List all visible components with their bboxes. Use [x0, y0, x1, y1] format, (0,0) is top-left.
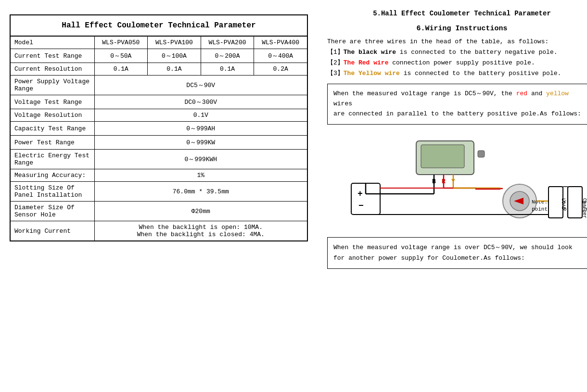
row-voltage-res-label: Voltage Resolution — [10, 109, 94, 122]
wire3-bracket: 【3】 — [327, 70, 344, 77]
row-power-test-val: 0～999KW — [94, 136, 307, 150]
wiring-svg: B R Y + − — [327, 131, 587, 228]
svg-rect-27 — [568, 187, 582, 218]
row-current-test-050: 0～50A — [94, 49, 148, 63]
col-pva200: WLS-PVA200 — [201, 36, 254, 49]
wiring-intro-block: There are three wires in the head of the… — [327, 37, 587, 79]
col-pva100: WLS-PVA100 — [148, 36, 201, 49]
wire2-text: connection power supply positive pole. — [392, 59, 535, 66]
row-current-test-200: 0～200A — [201, 49, 254, 63]
wire1-text: is connected to the battery negative pol… — [400, 49, 558, 56]
wire1-bracket: 【1】 — [327, 49, 344, 56]
svg-text:−: − — [358, 201, 364, 211]
wire3-yellow: The Yellow wire — [344, 70, 400, 77]
section5-title: 5.Hall Effect Coulometer Technical Param… — [327, 10, 587, 17]
right-column: 5.Hall Effect Coulometer Technical Param… — [322, 10, 587, 269]
col-model: Model — [10, 36, 94, 49]
row-working-current-label: Working Current — [10, 221, 94, 241]
row-diameter-label: Diameter Size Of Sensor Hole — [10, 202, 94, 221]
row-capacity-test-label: Capacity Test Range — [10, 122, 94, 136]
svg-text:LOAD: LOAD — [561, 198, 566, 210]
section6-title: 6.Wiring Instructions — [327, 25, 587, 33]
svg-rect-1 — [421, 145, 464, 168]
wiring-intro-text: There are three wires in the head of the… — [327, 38, 549, 45]
row-voltage-res-val: 0.1V — [94, 109, 307, 122]
row-current-res-100: 0.1A — [148, 63, 201, 76]
row-accuracy-val: 1% — [94, 169, 307, 182]
row-slotting-label: Slotting Size Of Panel Installation — [10, 182, 94, 202]
row-power-test-label: Power Test Range — [10, 136, 94, 150]
row-current-test-100: 0～100A — [148, 49, 201, 63]
wire1-black: The black wire — [344, 49, 396, 56]
table-title: Hall Effect Coulometer Technical Paramet… — [10, 15, 307, 36]
infobox1-red: red — [516, 90, 527, 97]
row-diameter-val: Φ20mm — [94, 202, 307, 221]
wire3-text: is connected to the battery positive pol… — [404, 70, 561, 77]
infobox1-yellow: yellow — [546, 90, 569, 97]
row-energy-test-val: 0～999KWH — [94, 150, 307, 169]
svg-text:+: + — [357, 189, 363, 199]
bottom-line2: for another power supply for Coulometer.… — [333, 254, 525, 262]
infobox1-wires: wires — [333, 100, 352, 107]
left-column: Hall Effect Coulometer Technical Paramet… — [10, 10, 308, 241]
bottom-info-box: When the measured voltage range is over … — [327, 237, 587, 269]
bottom-line1: When the measured voltage range is over … — [333, 244, 573, 251]
col-pva050: WLS-PVA050 — [94, 36, 148, 49]
row-slotting-val: 76.0mm * 39.5mm — [94, 182, 307, 202]
wire2-red: The Red wire — [344, 59, 389, 66]
row-power-supply-val: DC5～90V — [94, 76, 307, 95]
row-energy-test-label: Electric Energy Test Range — [10, 150, 94, 169]
col-pva400: WLS-PVA400 — [254, 36, 307, 49]
row-accuracy-label: Measuring Accuracy: — [10, 169, 94, 182]
row-voltage-test-val: DC0～300V — [94, 95, 307, 109]
row-current-res-label: Current Resolution — [10, 63, 94, 76]
row-current-res-200: 0.1A — [201, 63, 254, 76]
row-capacity-test-val: 0～999AH — [94, 122, 307, 136]
svg-text:Charger: Charger — [582, 198, 587, 218]
info-box-parallel: When the measured voltage range is DC5～9… — [327, 84, 587, 124]
wire2-bracket: 【2】 — [327, 59, 344, 66]
svg-rect-2 — [478, 151, 485, 157]
row-voltage-test-label: Voltage Test Range — [10, 95, 94, 109]
infobox1-text2: are connected in parallel to the battery… — [333, 110, 581, 117]
row-current-test-400: 0～400A — [254, 49, 307, 63]
infobox1-text1: When the measured voltage range is DC5～9… — [333, 90, 516, 97]
tech-param-table: Hall Effect Coulometer Technical Paramet… — [10, 14, 308, 241]
infobox1-and: and — [527, 90, 546, 97]
row-current-res-400: 0.2A — [254, 63, 307, 76]
row-power-supply-label: Power Supply Voltage Range — [10, 76, 94, 95]
wiring-diagram: B R Y + − — [327, 131, 587, 228]
row-current-test-label: Current Test Range — [10, 49, 94, 63]
row-current-res-050: 0.1A — [94, 63, 148, 76]
row-working-current-val: When the backlight is open: 10MA. When t… — [94, 221, 307, 241]
